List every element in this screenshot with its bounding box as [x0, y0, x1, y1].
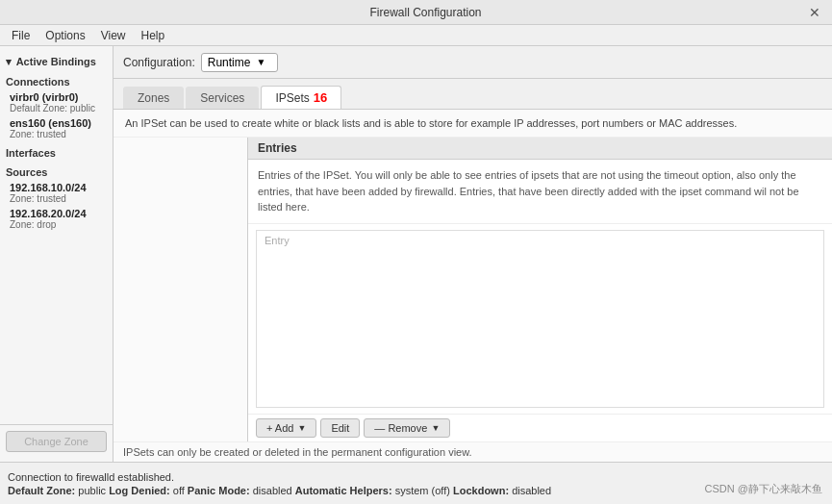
window-title: Firewall Configuration [46, 6, 805, 19]
ipset-entries-panel: Entries Entries of the IPSet. You will o… [248, 138, 832, 441]
config-arrow: ▼ [256, 57, 265, 67]
tab-ipsets-label: IPSets [275, 91, 309, 105]
edit-button[interactable]: Edit [320, 418, 360, 438]
ipset-description: An IPSet can be used to create white or … [113, 110, 832, 138]
add-label: + Add [266, 422, 293, 434]
virbr0-sub: Default Zone: public [10, 103, 107, 113]
active-bindings-toggle: ▾ [6, 56, 12, 68]
status-line2: Default Zone: public Log Denied: off Pan… [8, 485, 824, 496]
lockdown-value: disabled [512, 485, 551, 496]
edit-label: Edit [331, 422, 349, 434]
entries-header: Entries [248, 138, 832, 160]
ipsets-note: IPSets can only be created or deleted in… [113, 441, 832, 462]
change-zone-button[interactable]: Change Zone [6, 431, 107, 452]
menu-help[interactable]: Help [134, 27, 173, 44]
log-denied-value: off [173, 485, 188, 496]
remove-label: — Remove [374, 422, 427, 434]
remove-arrow: ▼ [431, 423, 440, 433]
log-denied-label: Log Denied: [109, 485, 170, 496]
menu-view[interactable]: View [93, 27, 134, 44]
config-value: Runtime [208, 56, 251, 69]
entries-description: Entries of the IPSet. You will only be a… [248, 160, 832, 224]
tab-services[interactable]: Services [186, 87, 259, 109]
entries-actions: + Add ▼ Edit — Remove ▼ [248, 414, 832, 441]
connections-label: Connections [0, 70, 113, 89]
add-arrow: ▼ [297, 423, 306, 433]
ipset-list-panel [113, 138, 248, 441]
panic-mode-value: disabled [253, 485, 295, 496]
menu-file[interactable]: File [4, 27, 38, 44]
statusbar: Connection to firewalld established. Def… [0, 462, 832, 504]
config-select[interactable]: Runtime ▼ [201, 53, 278, 72]
source1-sub: Zone: trusted [10, 193, 107, 204]
menu-options[interactable]: Options [38, 27, 92, 44]
auto-helpers-value: system (off) [395, 485, 453, 496]
source2-sub: Zone: drop [10, 219, 107, 230]
tabs-bar: Zones Services IPSets16 [113, 79, 832, 110]
panic-mode-label: Panic Mode: [188, 485, 250, 496]
source2-name: 192.168.20.0/24 [10, 208, 107, 219]
tab-ipsets-badge: 16 [314, 90, 327, 105]
ens160-name: ens160 (ens160) [10, 117, 107, 129]
default-zone-label: Default Zone: [8, 485, 75, 496]
interfaces-label: Interfaces [0, 141, 113, 161]
content-area: Configuration: Runtime ▼ Zones Services … [113, 46, 832, 462]
status-line1: Connection to firewalld established. [8, 471, 824, 483]
config-bar: Configuration: Runtime ▼ [113, 46, 832, 79]
config-label: Configuration: [123, 56, 195, 69]
lockdown-label: Lockdown: [453, 485, 509, 496]
tab-ipsets[interactable]: IPSets16 [261, 86, 341, 109]
ens160-sub: Zone: trusted [10, 129, 107, 139]
sources-label: Sources [0, 161, 113, 180]
sidebar-item-192-168-10[interactable]: 192.168.10.0/24 Zone: trusted [0, 180, 113, 206]
entry-placeholder: Entry [257, 231, 823, 250]
auto-helpers-label: Automatic Helpers: [295, 485, 392, 496]
sidebar: ▾ Active Bindings Connections virbr0 (vi… [0, 46, 113, 462]
active-bindings-header[interactable]: ▾ Active Bindings [0, 50, 113, 70]
sidebar-bottom: Change Zone [0, 424, 113, 458]
add-button[interactable]: + Add ▼ [256, 418, 316, 438]
ipset-list [113, 138, 247, 441]
sidebar-item-192-168-20[interactable]: 192.168.20.0/24 Zone: drop [0, 206, 113, 232]
statusbar-right-text: CSDN @静下心来敲木鱼 [705, 482, 822, 496]
close-button[interactable]: ✕ [805, 5, 824, 20]
entries-list-area: Entry [256, 230, 824, 409]
menubar: File Options View Help [0, 25, 832, 46]
sidebar-item-ens160[interactable]: ens160 (ens160) Zone: trusted [0, 115, 113, 141]
default-zone-value: public [78, 485, 109, 496]
ipset-main: Entries Entries of the IPSet. You will o… [113, 138, 832, 441]
sidebar-item-virbr0[interactable]: virbr0 (virbr0) Default Zone: public [0, 89, 113, 115]
remove-button[interactable]: — Remove ▼ [364, 418, 450, 438]
titlebar: Firewall Configuration ✕ [0, 0, 832, 25]
source1-name: 192.168.10.0/24 [10, 182, 107, 193]
tab-zones[interactable]: Zones [123, 87, 184, 109]
virbr0-name: virbr0 (virbr0) [10, 91, 107, 103]
main-container: ▾ Active Bindings Connections virbr0 (vi… [0, 46, 832, 462]
